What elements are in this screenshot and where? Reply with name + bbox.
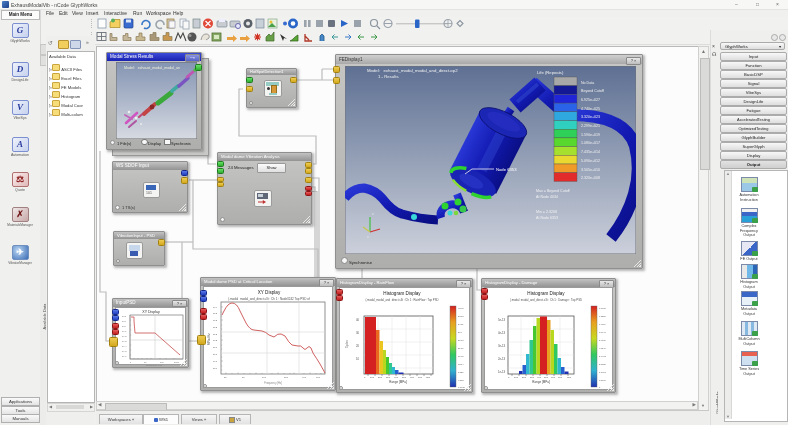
svg-text:1e-4: 1e-4 [122, 345, 127, 347]
svg-text:At Node 6353: At Node 6353 [536, 216, 558, 220]
svg-text:20: 20 [356, 344, 360, 348]
svg-text:1.080e+017: 1.080e+017 [581, 141, 600, 145]
svg-text:6.925e+027: 6.925e+027 [581, 98, 600, 102]
svg-text:5e0: 5e0 [213, 367, 218, 370]
svg-text:2e2: 2e2 [213, 333, 218, 336]
svg-text:4.513: 4.513 [458, 379, 464, 381]
svg-text:7.1350: 7.1350 [599, 315, 606, 317]
svg-text:1: 1 [130, 361, 132, 363]
svg-text:100: 100 [370, 376, 375, 379]
svg-text:1e2: 1e2 [213, 339, 218, 342]
svg-text:850: 850 [567, 376, 572, 379]
svg-text:1e1: 1e1 [122, 320, 126, 322]
svg-text:5e1: 5e1 [213, 346, 218, 349]
svg-text:z: z [372, 212, 374, 216]
svg-text:4.740e+025: 4.740e+025 [581, 107, 600, 111]
svg-text:1e-5: 1e-5 [122, 350, 127, 352]
svg-text:1e2: 1e2 [122, 315, 126, 317]
svg-text:26.08: 26.08 [458, 339, 464, 341]
svg-text:21.77: 21.77 [458, 347, 464, 349]
svg-text:XY Display: XY Display [258, 290, 281, 295]
svg-text:No Data: No Data [581, 81, 594, 85]
svg-text:600: 600 [316, 376, 321, 379]
svg-text:1.590e+019: 1.590e+019 [581, 133, 600, 137]
svg-text:(.modal_modal_and_direct.s3t :: (.modal_modal_and_direct.s3t : Ch 1 : Da… [510, 298, 582, 302]
svg-text:0: 0 [599, 386, 601, 388]
svg-text:Range [MPa]: Range [MPa] [389, 380, 407, 384]
svg-text:200: 200 [522, 376, 527, 379]
svg-text:200: 200 [284, 376, 289, 379]
svg-text:30: 30 [356, 331, 360, 335]
svg-text:5e-13: 5e-13 [498, 318, 506, 322]
svg-text:1e4: 1e4 [213, 306, 218, 309]
svg-text:6.7965: 6.7965 [599, 307, 606, 309]
svg-text:2.8125: 2.8125 [599, 363, 606, 365]
svg-text:6.0947: 6.0947 [599, 331, 606, 333]
svg-text:40: 40 [356, 318, 360, 322]
svg-text:20: 20 [224, 376, 227, 379]
svg-text:850: 850 [426, 376, 431, 379]
svg-text:1e-6: 1e-6 [122, 355, 127, 357]
svg-text:400: 400 [302, 376, 307, 379]
svg-text:1e-13: 1e-13 [498, 370, 506, 374]
svg-text:43.45: 43.45 [458, 307, 464, 309]
svg-text:2.299e+021: 2.299e+021 [581, 124, 600, 128]
svg-text:17.45: 17.45 [458, 355, 464, 357]
svg-text:30.4: 30.4 [458, 331, 463, 333]
svg-text:1e3: 1e3 [213, 319, 218, 322]
svg-text:1000: 1000 [174, 361, 180, 363]
svg-text:Node 6353: Node 6353 [496, 167, 517, 172]
svg-text:100: 100 [262, 376, 267, 379]
svg-text:4e-13: 4e-13 [498, 331, 506, 335]
svg-text:Histogram Display: Histogram Display [527, 291, 565, 296]
svg-text:Frequency [Hz]: Frequency [Hz] [264, 381, 282, 385]
svg-text:600: 600 [410, 376, 415, 379]
svg-text:1e0: 1e0 [122, 325, 126, 327]
svg-text:1e-3: 1e-3 [122, 340, 127, 342]
svg-text:At Node 4034: At Node 4034 [536, 195, 558, 199]
svg-text:Model: exhaust_modal_modal_a: Model: exhaust_modal_modal_and_direct.op… [367, 68, 458, 73]
svg-text:4.8546: 4.8546 [599, 347, 606, 349]
svg-text:Min = 2.3208: Min = 2.3208 [536, 210, 557, 214]
svg-text:Frequency [Hz]: Frequency [Hz] [146, 364, 163, 367]
svg-text:8.827: 8.827 [458, 371, 464, 373]
svg-text:x: x [367, 235, 369, 239]
svg-text:1 - Results: 1 - Results [378, 74, 399, 79]
svg-text:(.modal_modal_and_direct.s3t :: (.modal_modal_and_direct.s3t : Ch 1 : No… [228, 297, 310, 301]
svg-text:7.435e+014: 7.435e+014 [581, 150, 600, 154]
svg-text:0: 0 [508, 376, 510, 379]
svg-text:38.08: 38.08 [458, 315, 464, 317]
svg-text:0: 0 [364, 376, 366, 379]
svg-text:3.505e+010: 3.505e+010 [581, 168, 600, 172]
svg-text:Range [MPa]: Range [MPa] [532, 380, 550, 384]
svg-text:3e-13: 3e-13 [498, 344, 506, 348]
svg-text:1e1: 1e1 [213, 360, 218, 363]
svg-text:Max = Beyond Cutoff: Max = Beyond Cutoff [536, 189, 570, 193]
svg-text:Life (Repeats): Life (Repeats) [537, 70, 564, 75]
svg-text:2.320e+008: 2.320e+008 [581, 176, 600, 180]
svg-text:50: 50 [242, 376, 245, 379]
svg-text:Model: exhaust_modal_modal_a: Model: exhaust_modal_modal_an [124, 66, 180, 70]
svg-text:100: 100 [514, 376, 519, 379]
svg-text:6.4609: 6.4609 [599, 323, 606, 325]
svg-text:600: 600 [551, 376, 556, 379]
svg-text:MPa²/Hz: MPa²/Hz [207, 333, 211, 345]
svg-text:5.4186: 5.4186 [599, 339, 606, 341]
svg-text:700: 700 [558, 376, 563, 379]
svg-text:200: 200 [378, 376, 383, 379]
svg-text:XY Display: XY Display [142, 310, 160, 314]
svg-text:1.7413: 1.7413 [599, 371, 606, 373]
svg-text:1e-1: 1e-1 [122, 330, 127, 332]
svg-text:Histogram Display: Histogram Display [383, 291, 421, 296]
svg-text:3.320e+023: 3.320e+023 [581, 115, 600, 119]
svg-text:2e1: 2e1 [213, 353, 218, 356]
svg-text:34.71: 34.71 [458, 323, 464, 325]
svg-text:5e3: 5e3 [213, 312, 218, 315]
svg-text:10: 10 [356, 357, 360, 361]
svg-text:3.4403: 3.4403 [599, 355, 606, 357]
svg-text:700: 700 [418, 376, 423, 379]
svg-text:0.5968: 0.5968 [599, 379, 606, 381]
svg-text:Cycles: Cycles [345, 340, 349, 348]
svg-text:(.modal_modal_and_direct.s3t :: (.modal_modal_and_direct.s3t : Ch 1 : Ra… [365, 298, 438, 302]
svg-text:2e-13: 2e-13 [498, 357, 506, 361]
